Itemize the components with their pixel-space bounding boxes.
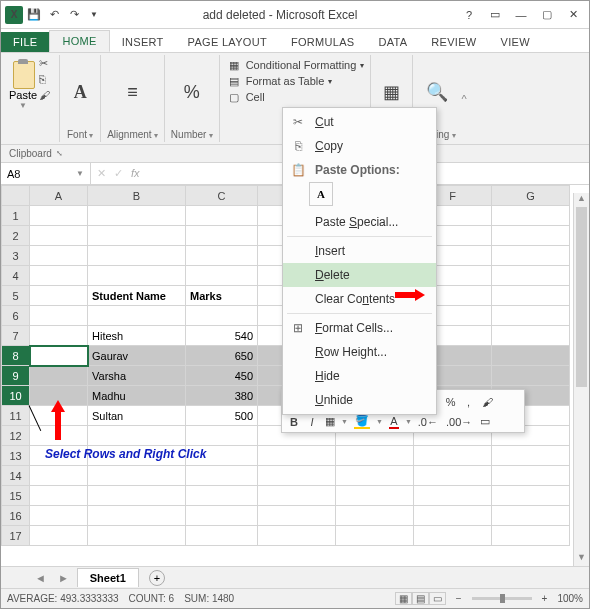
row-header[interactable]: 1 <box>2 206 30 226</box>
row-header[interactable]: 17 <box>2 526 30 546</box>
editing-icon[interactable]: 🔍 <box>423 78 451 106</box>
row-header[interactable]: 13 <box>2 446 30 466</box>
tab-insert[interactable]: INSERT <box>110 32 176 52</box>
alignment-icon[interactable]: ≡ <box>118 78 146 106</box>
row-header[interactable]: 12 <box>2 426 30 446</box>
qa-dropdown-icon[interactable]: ▼ <box>85 6 103 24</box>
add-sheet-button[interactable]: + <box>149 570 165 586</box>
format-as-table-button[interactable]: ▤Format as Table ▾ <box>226 73 365 89</box>
maximize-icon[interactable]: ▢ <box>535 6 559 24</box>
row-header[interactable]: 11 <box>2 406 30 426</box>
percent-format-icon[interactable]: % <box>444 396 458 408</box>
vertical-scrollbar[interactable]: ▲ ▼ <box>573 193 589 566</box>
bold-button[interactable]: B <box>287 416 301 428</box>
cancel-formula-icon[interactable]: ✕ <box>97 167 106 180</box>
menu-format-cells[interactable]: ⊞Format Cells... <box>283 316 436 340</box>
sheet-nav-prev[interactable]: ◄ <box>31 572 50 584</box>
cell-styles-button[interactable]: ▢Cell <box>226 89 365 105</box>
row-header[interactable]: 7 <box>2 326 30 346</box>
row-header[interactable]: 14 <box>2 466 30 486</box>
font-color-icon[interactable]: A <box>387 415 401 429</box>
menu-cut[interactable]: ✂Cut <box>283 110 436 134</box>
menu-delete[interactable]: Delete <box>283 263 436 287</box>
cell[interactable]: Sultan <box>88 406 186 426</box>
row-header[interactable]: 9 <box>2 366 30 386</box>
redo-icon[interactable]: ↷ <box>65 6 83 24</box>
cell[interactable]: 540 <box>186 326 258 346</box>
decrease-decimal-icon[interactable]: .0← <box>416 416 440 428</box>
menu-insert[interactable]: Insert <box>283 239 436 263</box>
paste-option-default[interactable]: A <box>309 182 333 206</box>
row-header[interactable]: 16 <box>2 506 30 526</box>
menu-paste-special[interactable]: Paste Special... <box>283 210 436 234</box>
zoom-level[interactable]: 100% <box>557 593 583 604</box>
row-header[interactable]: 2 <box>2 226 30 246</box>
tab-file[interactable]: FILE <box>1 32 49 52</box>
close-icon[interactable]: ✕ <box>561 6 585 24</box>
tab-data[interactable]: DATA <box>366 32 419 52</box>
help-icon[interactable]: ? <box>457 6 481 24</box>
conditional-formatting-button[interactable]: ▦Conditional Formatting ▾ <box>226 57 365 73</box>
collapse-ribbon-icon[interactable]: ^ <box>462 55 471 142</box>
fx-icon[interactable]: fx <box>131 167 140 180</box>
row-header[interactable]: 6 <box>2 306 30 326</box>
format-painter-icon[interactable]: 🖌 <box>480 396 495 408</box>
menu-hide[interactable]: Hide <box>283 364 436 388</box>
ribbon-options-icon[interactable]: ▭ <box>483 6 507 24</box>
tab-page-layout[interactable]: PAGE LAYOUT <box>176 32 279 52</box>
cells-icon[interactable]: ▦ <box>378 78 406 106</box>
cell[interactable]: 380 <box>186 386 258 406</box>
zoom-out-icon[interactable]: − <box>456 593 462 604</box>
tab-formulas[interactable]: FORMULAS <box>279 32 367 52</box>
view-buttons[interactable]: ▦▤▭ <box>395 593 446 604</box>
row-header[interactable]: 5 <box>2 286 30 306</box>
border-icon[interactable]: ▦ <box>323 415 337 428</box>
scroll-thumb[interactable] <box>576 207 587 387</box>
col-header-c[interactable]: C <box>186 186 258 206</box>
col-header-a[interactable]: A <box>30 186 88 206</box>
minimize-icon[interactable]: ― <box>509 6 533 24</box>
merge-icon[interactable]: ▭ <box>478 415 492 428</box>
menu-row-height[interactable]: Row Height... <box>283 340 436 364</box>
menu-unhide[interactable]: Unhide <box>283 388 436 412</box>
cell[interactable]: 650 <box>186 346 258 366</box>
cell[interactable]: 450 <box>186 366 258 386</box>
cell[interactable]: Student Name <box>88 286 186 306</box>
fill-color-icon[interactable]: 🪣 <box>352 414 372 429</box>
zoom-in-icon[interactable]: + <box>542 593 548 604</box>
cell[interactable]: Hitesh <box>88 326 186 346</box>
row-header[interactable]: 8 <box>2 346 30 366</box>
tab-view[interactable]: VIEW <box>489 32 542 52</box>
name-box[interactable]: A8 ▼ <box>1 163 91 184</box>
menu-copy[interactable]: ⎘Copy <box>283 134 436 158</box>
cut-icon[interactable]: ✂ <box>39 57 53 71</box>
tab-review[interactable]: REVIEW <box>419 32 488 52</box>
row-header[interactable]: 3 <box>2 246 30 266</box>
row-header[interactable]: 10 <box>2 386 30 406</box>
number-icon[interactable]: % <box>178 78 206 106</box>
row-header[interactable]: 4 <box>2 266 30 286</box>
sheet-nav-next[interactable]: ► <box>54 572 73 584</box>
zoom-slider[interactable] <box>472 597 532 600</box>
tab-home[interactable]: HOME <box>49 30 109 52</box>
increase-decimal-icon[interactable]: .00→ <box>444 416 474 428</box>
comma-format-icon[interactable]: , <box>462 396 476 408</box>
col-header-g[interactable]: G <box>492 186 570 206</box>
select-all-corner[interactable] <box>2 186 30 206</box>
cell[interactable]: Marks <box>186 286 258 306</box>
cell[interactable]: 500 <box>186 406 258 426</box>
chevron-down-icon[interactable]: ▼ <box>76 169 84 178</box>
cell[interactable]: Gaurav <box>88 346 186 366</box>
font-icon[interactable]: A <box>66 78 94 106</box>
cell[interactable]: Madhu <box>88 386 186 406</box>
copy-icon[interactable]: ⎘ <box>39 73 53 87</box>
row-header[interactable]: 15 <box>2 486 30 506</box>
accept-formula-icon[interactable]: ✓ <box>114 167 123 180</box>
undo-icon[interactable]: ↶ <box>45 6 63 24</box>
paste-icon[interactable] <box>9 57 37 89</box>
italic-button[interactable]: I <box>305 416 319 428</box>
format-painter-icon[interactable]: 🖌 <box>39 89 53 103</box>
cell[interactable]: Varsha <box>88 366 186 386</box>
col-header-b[interactable]: B <box>88 186 186 206</box>
save-icon[interactable]: 💾 <box>25 6 43 24</box>
